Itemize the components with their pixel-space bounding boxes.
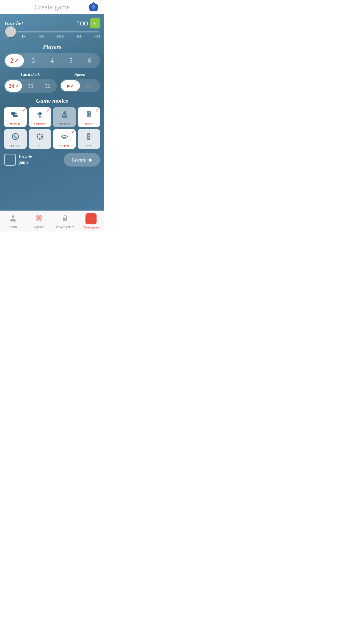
- svg-marker-8: [16, 115, 18, 117]
- game-modes-grid: ✓ throw-in ✓ neighbors: [4, 107, 100, 149]
- svg-rect-25: [87, 133, 90, 140]
- all-icon: [35, 132, 44, 142]
- bet-slider[interactable]: [4, 31, 100, 32]
- slider-track: [5, 31, 99, 32]
- private-game-label: Privategame: [19, 154, 32, 165]
- bet-header: Your bet 100 €: [4, 18, 100, 28]
- with-tricks-label: with tricks: [58, 122, 70, 125]
- bet-value-container: 100 €: [76, 18, 100, 28]
- private-games-icon: [61, 214, 69, 224]
- card-deck-label: Card deck: [4, 72, 57, 77]
- all-label: all: [38, 144, 41, 147]
- classic-label: classic: [85, 122, 93, 125]
- profile-label: Profile: [9, 225, 17, 229]
- neighbors-icon: [35, 110, 44, 120]
- speed-section: Speed ▶✓ ▶▶: [60, 72, 100, 93]
- passing-label: passing: [11, 144, 19, 147]
- deck-option-36[interactable]: 36: [22, 80, 39, 92]
- players-option-2[interactable]: 2✓: [5, 54, 24, 67]
- fair-play-label: fair play: [59, 144, 69, 147]
- mode-draw[interactable]: draw: [78, 129, 100, 149]
- mode-classic[interactable]: ✓ classic: [78, 107, 100, 127]
- svg-rect-14: [63, 115, 65, 116]
- bet-label: Your bet: [4, 20, 23, 27]
- opened-label: Opened: [34, 225, 44, 229]
- speed-option-fast[interactable]: ▶▶: [80, 80, 99, 91]
- players-option-4[interactable]: 4: [43, 54, 62, 67]
- players-selector: 2✓ 3 4 5 6: [4, 53, 100, 68]
- slider-label-10m: 10M: [94, 34, 100, 38]
- currency-icon: €: [90, 18, 100, 28]
- slider-label-1k: 1K: [22, 34, 26, 38]
- profile-icon: [9, 214, 17, 224]
- throw-in-check: ✓: [22, 108, 25, 113]
- mode-fair-play[interactable]: ✓ fair play: [53, 129, 76, 149]
- draw-icon: [84, 132, 93, 142]
- neighbors-check: ✓: [46, 108, 50, 113]
- slider-thumb[interactable]: [5, 26, 16, 37]
- mode-all[interactable]: all: [29, 129, 51, 149]
- opened-icon: [35, 214, 43, 224]
- main-content: Your bet 100 € 100 1K 10K 100K: [0, 14, 104, 211]
- deck-option-24[interactable]: 24✓: [5, 80, 22, 92]
- svg-point-12: [63, 111, 66, 114]
- mode-passing[interactable]: passing: [4, 129, 27, 149]
- gem-icon: [88, 2, 100, 14]
- players-title: Players: [4, 44, 100, 50]
- svg-point-35: [65, 219, 66, 220]
- players-option-6[interactable]: 6: [80, 54, 99, 67]
- bet-value: 100: [76, 19, 88, 28]
- game-modes-title: Game modes: [4, 97, 100, 104]
- classic-check: ✓: [95, 108, 99, 113]
- svg-point-27: [88, 137, 89, 138]
- create-game-nav-label: Create game: [83, 225, 99, 229]
- svg-marker-10: [37, 112, 40, 116]
- svg-point-28: [12, 215, 14, 218]
- deck-section: Card deck 24✓ 36 52: [4, 72, 57, 93]
- private-games-label: Private games: [56, 225, 74, 229]
- create-game-button[interactable]: Create ▶: [64, 153, 100, 167]
- svg-point-26: [88, 135, 89, 136]
- slider-label-10k: 10K: [38, 34, 44, 38]
- nav-create-game[interactable]: + Create game: [78, 213, 104, 229]
- deck-speed-row: Card deck 24✓ 36 52 Speed ▶✓ ▶▶: [4, 72, 100, 93]
- speed-option-normal[interactable]: ▶✓: [61, 80, 80, 91]
- fair-play-check: ✓: [71, 130, 74, 135]
- mode-neighbors[interactable]: ✓ neighbors: [29, 107, 51, 127]
- svg-text:€: €: [94, 21, 96, 26]
- create-game-icon: +: [85, 213, 97, 224]
- with-tricks-icon: [60, 110, 69, 120]
- nav-private-games[interactable]: Private games: [52, 214, 78, 229]
- deck-option-52[interactable]: 52: [39, 80, 56, 92]
- mode-with-tricks[interactable]: with tricks: [53, 107, 76, 127]
- svg-rect-5: [11, 112, 15, 115]
- slider-labels: 100 1K 10K 100K 1M 10M: [4, 34, 100, 38]
- bottom-row: Privategame Create ▶: [4, 153, 100, 167]
- nav-profile[interactable]: Profile: [0, 214, 26, 229]
- classic-icon: [84, 110, 93, 120]
- slider-label-100k: 100K: [57, 34, 64, 38]
- create-button-label: Create: [71, 156, 86, 163]
- svg-marker-9: [40, 112, 42, 116]
- svg-point-17: [88, 113, 89, 115]
- svg-point-33: [38, 217, 39, 218]
- bet-section: Your bet 100 € 100 1K 10K 100K: [4, 18, 100, 38]
- speed-selector: ▶✓ ▶▶: [60, 79, 100, 92]
- passing-icon: [11, 132, 20, 142]
- mode-throw-in[interactable]: ✓ throw-in: [4, 107, 27, 127]
- deck-selector: 24✓ 36 52: [4, 79, 57, 93]
- fair-play-icon: [60, 132, 69, 142]
- svg-marker-6: [15, 112, 17, 115]
- players-option-5[interactable]: 5: [61, 54, 80, 67]
- svg-marker-19: [16, 137, 16, 138]
- bottom-nav: Profile Opened Private games + Create ga…: [0, 211, 104, 231]
- throw-in-label: throw-in: [10, 122, 20, 125]
- throw-in-icon: [11, 110, 20, 120]
- players-option-3[interactable]: 3: [24, 54, 43, 67]
- page-title: Create game: [34, 3, 70, 11]
- header: Create game: [0, 0, 104, 14]
- svg-rect-11: [39, 116, 41, 118]
- speed-label: Speed: [60, 72, 100, 77]
- private-game-checkbox[interactable]: [4, 154, 16, 166]
- nav-opened[interactable]: Opened: [26, 214, 52, 229]
